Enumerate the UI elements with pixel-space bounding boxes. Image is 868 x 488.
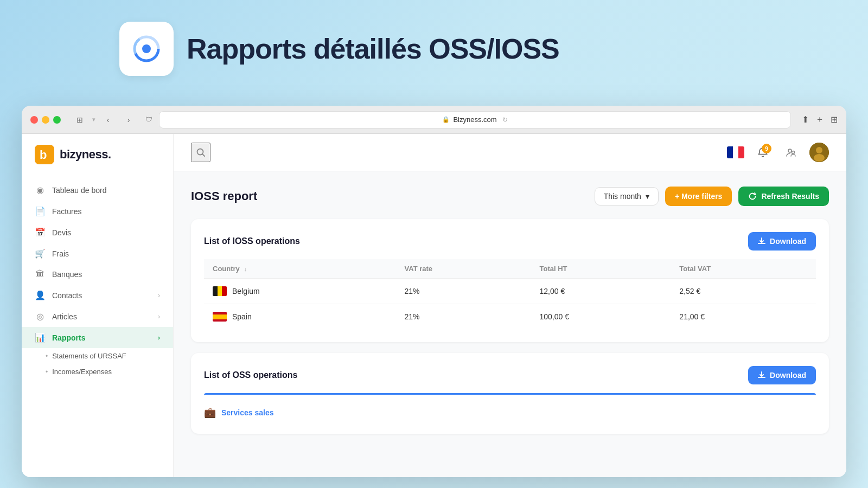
sort-icon[interactable]: ↓: [244, 266, 247, 272]
refresh-results-button[interactable]: Refresh Results: [738, 187, 829, 206]
total-ht-be: 12,00 €: [531, 279, 671, 304]
country-name-be: Belgium: [232, 287, 260, 296]
oss-services-sales-header: 💼 Services sales: [204, 400, 816, 421]
avatar[interactable]: [809, 143, 829, 162]
download-icon: [758, 237, 765, 245]
back-btn[interactable]: ‹: [100, 112, 116, 128]
users-icon: [786, 147, 796, 158]
sidebar-item-rapports[interactable]: 📊 Rapports ›: [22, 327, 173, 348]
oss-card-title: List of OSS operations: [204, 370, 297, 380]
logo-text: bizyness.: [60, 147, 111, 162]
browser-window: ⊞ ▾ ‹ › 🛡 🔒 Bizyness.com ↻ ⬆ ＋ ⊞ b: [22, 106, 846, 477]
chevron-down-icon: ▾: [646, 192, 649, 201]
sidebar-item-tableau-de-bord[interactable]: ◉ Tableau de bord: [22, 179, 173, 201]
col-vat-rate: VAT rate: [396, 259, 531, 279]
refresh-icon[interactable]: ↻: [502, 116, 508, 124]
table-row: Spain 21% 100,00 € 21,00 €: [204, 304, 816, 330]
nav-label-rapports: Rapports: [52, 333, 85, 342]
table-row: Belgium 21% 12,00 € 2,52 €: [204, 279, 816, 304]
sidebar-item-factures[interactable]: 📄 Factures: [22, 201, 173, 222]
user-management-button[interactable]: [781, 143, 801, 162]
nav-subitems: Statements of URSSAF Incomes/Expenses: [22, 348, 173, 382]
close-traffic-light[interactable]: [30, 116, 38, 124]
sidebar-subitem-urssaf[interactable]: Statements of URSSAF: [22, 348, 173, 364]
dashboard-icon: ◉: [35, 185, 46, 195]
nav-label-banques: Banques: [52, 270, 82, 279]
ioss-download-label: Download: [770, 237, 806, 246]
new-tab-btn[interactable]: ＋: [815, 114, 824, 125]
french-flag[interactable]: [727, 146, 744, 158]
chevron-down-icon: ▾: [92, 116, 95, 123]
url-text: Bizyness.com: [453, 115, 496, 124]
forward-btn[interactable]: ›: [120, 112, 137, 128]
this-month-filter-button[interactable]: This month ▾: [595, 187, 659, 206]
contacts-icon: 👤: [35, 290, 46, 300]
ioss-table-body: Belgium 21% 12,00 € 2,52 €: [204, 279, 816, 330]
top-banner: Rapports détaillés OSS/IOSS: [119, 22, 559, 76]
cart-icon: 🛒: [35, 248, 46, 259]
logo-area: b bizyness.: [22, 134, 173, 175]
nav-label-tableau: Tableau de bord: [52, 186, 106, 195]
ioss-download-button[interactable]: Download: [748, 232, 816, 251]
this-month-label: This month: [604, 192, 641, 201]
security-icon-area: 🛡: [145, 115, 152, 124]
bank-icon: 🏛: [35, 269, 46, 279]
oss-subsection: 💼 Services sales: [204, 393, 816, 421]
page-actions: This month ▾ + More filters Refresh Resu…: [595, 187, 829, 206]
grid-btn[interactable]: ⊞: [831, 114, 838, 125]
sidebar-toggle-btn[interactable]: ⊞: [72, 112, 88, 128]
refresh-icon: [748, 192, 757, 201]
nav-label-frais: Frais: [52, 249, 69, 258]
share-btn[interactable]: ⬆: [802, 114, 809, 125]
notifications-button[interactable]: 9: [753, 143, 773, 162]
avatar-image: [809, 143, 829, 162]
minimize-traffic-light[interactable]: [42, 116, 49, 124]
col-total-vat: Total VAT: [671, 259, 816, 279]
contacts-arrow-icon: ›: [158, 292, 160, 299]
sidebar-item-contacts[interactable]: 👤 Contacts ›: [22, 285, 173, 306]
calendar-icon: 📅: [35, 227, 46, 237]
banner-title: Rapports détaillés OSS/IOSS: [187, 33, 559, 65]
address-bar[interactable]: 🔒 Bizyness.com ↻: [159, 111, 791, 129]
svg-point-12: [814, 154, 825, 162]
ioss-operations-card: List of IOSS operations Download: [191, 219, 829, 342]
search-icon: [196, 147, 206, 157]
svg-text:b: b: [40, 148, 47, 162]
sidebar-item-devis[interactable]: 📅 Devis: [22, 222, 173, 243]
svg-point-3: [142, 44, 151, 53]
total-vat-be: 2,52 €: [671, 279, 816, 304]
svg-point-11: [816, 147, 822, 153]
articles-arrow-icon: ›: [158, 313, 160, 320]
browser-actions: ⬆ ＋ ⊞: [802, 114, 838, 125]
sidebar-item-articles[interactable]: ◎ Articles ›: [22, 306, 173, 327]
search-button[interactable]: [191, 143, 210, 162]
vat-rate-es: 21%: [396, 304, 531, 330]
logo-icon: b: [35, 145, 54, 164]
sidebar-item-banques[interactable]: 🏛 Banques: [22, 264, 173, 285]
vat-rate-be: 21%: [396, 279, 531, 304]
download-icon: [758, 371, 765, 379]
more-filters-label: + More filters: [675, 192, 723, 201]
shield-icon: 🛡: [145, 115, 152, 124]
lock-icon: 🔒: [442, 116, 450, 123]
header-right: 9: [727, 143, 829, 162]
rapports-arrow-icon: ›: [158, 334, 160, 342]
ioss-card-title: List of IOSS operations: [204, 236, 300, 246]
svg-point-6: [197, 149, 203, 155]
more-filters-button[interactable]: + More filters: [665, 187, 732, 206]
browser-chrome: ⊞ ▾ ‹ › 🛡 🔒 Bizyness.com ↻ ⬆ ＋ ⊞: [22, 106, 846, 134]
invoice-icon: 📄: [35, 206, 46, 216]
nav-label-factures: Factures: [52, 207, 81, 216]
page-content: IOSS report This month ▾ + More filters: [174, 171, 846, 477]
ioss-table: Country ↓ VAT rate Total HT Total VAT: [204, 259, 816, 329]
sidebar-item-frais[interactable]: 🛒 Frais: [22, 243, 173, 264]
oss-download-button[interactable]: Download: [748, 366, 816, 384]
sidebar-subitem-incomes[interactable]: Incomes/Expenses: [22, 364, 173, 380]
browser-controls: ⊞ ▾ ‹ ›: [72, 112, 137, 128]
maximize-traffic-light[interactable]: [53, 116, 61, 124]
col-country: Country ↓: [204, 259, 396, 279]
total-vat-es: 21,00 €: [671, 304, 816, 330]
traffic-lights: [30, 116, 61, 124]
country-cell-es: Spain: [204, 304, 396, 330]
nav-label-contacts: Contacts: [52, 291, 82, 300]
